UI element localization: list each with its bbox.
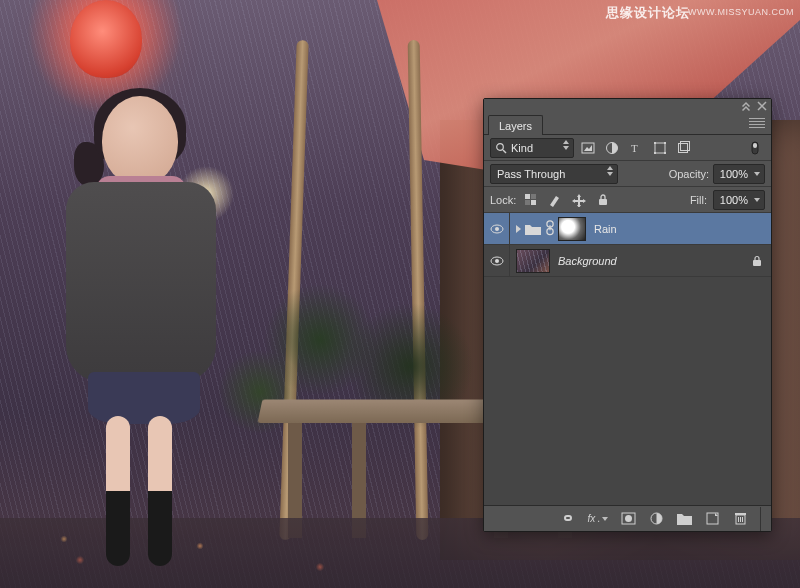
lock-pixels-icon[interactable]	[546, 191, 564, 209]
folder-icon	[525, 223, 541, 235]
panel-menu-icon[interactable]	[749, 118, 765, 130]
lock-all-icon[interactable]	[594, 191, 612, 209]
lock-label: Lock:	[490, 194, 516, 206]
svg-point-0	[497, 143, 504, 150]
visibility-toggle[interactable]	[484, 245, 510, 276]
svg-rect-6	[655, 143, 665, 153]
watermark-en: WWW.MISSYUAN.COM	[688, 7, 794, 17]
svg-rect-33	[735, 513, 746, 515]
collapse-icon[interactable]	[741, 101, 751, 111]
disclosure-triangle-icon[interactable]	[516, 225, 521, 233]
art-girl	[56, 96, 236, 566]
link-layers-icon[interactable]	[559, 511, 575, 527]
opacity-value: 100%	[720, 168, 748, 180]
layer-list: Rain Background	[484, 213, 771, 505]
filter-pixel-icon[interactable]	[578, 138, 598, 158]
layer-thumbnail[interactable]	[516, 249, 550, 273]
opacity-input[interactable]: 100%	[713, 164, 765, 184]
lock-position-icon[interactable]	[570, 191, 588, 209]
svg-point-26	[495, 259, 499, 263]
svg-rect-11	[679, 143, 688, 152]
search-icon	[495, 142, 507, 154]
fill-input[interactable]: 100%	[713, 190, 765, 210]
filter-toggle-switch[interactable]	[745, 138, 765, 158]
new-layer-icon[interactable]	[704, 511, 720, 527]
svg-rect-8	[664, 142, 666, 144]
svg-point-29	[625, 515, 632, 522]
svg-text:T: T	[631, 142, 638, 154]
layer-mask-thumbnail[interactable]	[558, 217, 586, 241]
filter-adjustment-icon[interactable]	[602, 138, 622, 158]
watermark-cn: 思缘设计论坛	[606, 4, 690, 22]
lock-icon[interactable]	[751, 255, 763, 267]
adjustment-layer-icon[interactable]	[648, 511, 664, 527]
svg-rect-10	[664, 152, 666, 154]
new-group-icon[interactable]	[676, 511, 692, 527]
fill-value: 100%	[720, 194, 748, 206]
mask-link-icon[interactable]	[545, 219, 555, 239]
layer-name[interactable]: Rain	[594, 223, 617, 235]
blend-mode-value: Pass Through	[497, 168, 565, 180]
fill-label: Fill:	[690, 194, 707, 206]
svg-rect-7	[654, 142, 656, 144]
svg-rect-14	[753, 143, 757, 148]
layer-row-background[interactable]: Background	[484, 245, 771, 277]
svg-rect-18	[525, 200, 530, 205]
blend-row: Pass Through Opacity: 100%	[484, 161, 771, 187]
layer-style-button[interactable]: fx.	[587, 513, 608, 524]
layer-row-rain[interactable]: Rain	[484, 213, 771, 245]
filter-smartobject-icon[interactable]	[674, 138, 694, 158]
svg-rect-15	[525, 194, 530, 199]
svg-point-21	[495, 227, 499, 231]
svg-rect-16	[531, 200, 536, 205]
svg-rect-9	[654, 152, 656, 154]
panel-controlbar	[484, 99, 771, 113]
layers-panel: Layers Kind T Pass Through Opacity: 100%…	[483, 98, 772, 532]
svg-rect-17	[531, 194, 536, 199]
footer-separator	[760, 507, 761, 531]
tab-layers[interactable]: Layers	[488, 115, 543, 135]
layer-filter-row: Kind T	[484, 135, 771, 161]
delete-layer-icon[interactable]	[732, 511, 748, 527]
filter-kind-value: Kind	[511, 142, 533, 154]
svg-line-1	[503, 150, 506, 153]
filter-shape-icon[interactable]	[650, 138, 670, 158]
blend-mode-select[interactable]: Pass Through	[490, 164, 618, 184]
svg-marker-3	[584, 145, 592, 151]
svg-rect-27	[753, 260, 761, 266]
opacity-label: Opacity:	[669, 168, 709, 180]
art-lantern	[70, 0, 142, 78]
panel-tabbar: Layers	[484, 113, 771, 135]
lock-row: Lock: Fill: 100%	[484, 187, 771, 213]
svg-rect-12	[681, 141, 690, 150]
close-icon[interactable]	[757, 101, 767, 111]
filter-type-icon[interactable]: T	[626, 138, 646, 158]
svg-rect-19	[599, 199, 607, 205]
lock-transparency-icon[interactable]	[522, 191, 540, 209]
filter-kind-select[interactable]: Kind	[490, 138, 574, 158]
add-mask-icon[interactable]	[620, 511, 636, 527]
visibility-toggle[interactable]	[484, 213, 510, 244]
layer-name[interactable]: Background	[558, 255, 617, 267]
panel-footer: fx.	[484, 505, 771, 531]
